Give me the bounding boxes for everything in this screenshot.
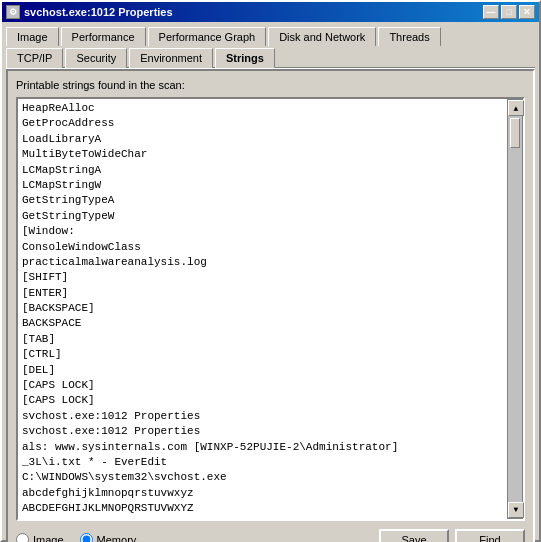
- title-controls: — □ ✕: [483, 5, 535, 19]
- strings-container: HeapReAlloc GetProcAddress LoadLibraryA …: [16, 97, 525, 521]
- tab-environment[interactable]: Environment: [129, 48, 213, 68]
- maximize-button[interactable]: □: [501, 5, 517, 19]
- window-title: svchost.exe:1012 Properties: [24, 6, 173, 18]
- memory-radio-label: Memory: [97, 534, 137, 542]
- image-radio-label: Image: [33, 534, 64, 542]
- title-bar-content: ⚙ svchost.exe:1012 Properties: [6, 5, 173, 19]
- tab-threads[interactable]: Threads: [378, 27, 440, 46]
- section-label: Printable strings found in the scan:: [16, 79, 525, 91]
- tab-performance[interactable]: Performance: [61, 27, 146, 46]
- image-radio-item: Image: [16, 533, 64, 542]
- close-button[interactable]: ✕: [519, 5, 535, 19]
- tab-disk-and-network[interactable]: Disk and Network: [268, 27, 376, 46]
- main-window: ⚙ svchost.exe:1012 Properties — □ ✕ Imag…: [0, 0, 541, 542]
- action-buttons: Save Find: [152, 529, 525, 542]
- scroll-thumb[interactable]: [510, 118, 520, 148]
- find-button[interactable]: Find: [455, 529, 525, 542]
- tabs-row1: Image Performance Performance Graph Disk…: [2, 22, 539, 45]
- vertical-scrollbar[interactable]: ▲ ▼: [507, 99, 523, 519]
- minimize-button[interactable]: —: [483, 5, 499, 19]
- scroll-track[interactable]: [508, 116, 522, 502]
- strings-textbox[interactable]: HeapReAlloc GetProcAddress LoadLibraryA …: [18, 99, 507, 519]
- tab-strings[interactable]: Strings: [215, 48, 275, 68]
- scroll-down-button[interactable]: ▼: [508, 502, 524, 518]
- window-icon: ⚙: [6, 5, 20, 19]
- save-button[interactable]: Save: [379, 529, 449, 542]
- tab-security[interactable]: Security: [65, 48, 127, 68]
- content-area: Printable strings found in the scan: Hea…: [6, 69, 535, 542]
- title-bar: ⚙ svchost.exe:1012 Properties — □ ✕: [2, 2, 539, 22]
- memory-radio-item: Memory: [80, 533, 137, 542]
- tabs-row2: TCP/IP Security Environment Strings: [2, 45, 539, 67]
- scroll-up-button[interactable]: ▲: [508, 100, 524, 116]
- radio-row: Image Memory Save Find: [16, 529, 525, 542]
- image-radio[interactable]: [16, 533, 29, 542]
- tab-image[interactable]: Image: [6, 27, 59, 46]
- tab-performance-graph[interactable]: Performance Graph: [148, 27, 267, 46]
- memory-radio[interactable]: [80, 533, 93, 542]
- tab-tcp-ip[interactable]: TCP/IP: [6, 48, 63, 68]
